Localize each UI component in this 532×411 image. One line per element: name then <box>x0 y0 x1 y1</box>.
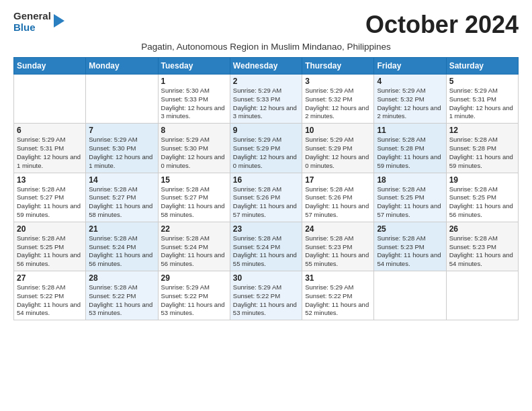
week-row-5: 27Sunrise: 5:28 AM Sunset: 5:22 PM Dayli… <box>14 271 519 320</box>
month-title: October 2024 <box>365 11 519 39</box>
header-cell-saturday: Saturday <box>446 58 518 75</box>
day-info: Sunrise: 5:29 AM Sunset: 5:30 PM Dayligh… <box>89 136 154 170</box>
day-info: Sunrise: 5:29 AM Sunset: 5:30 PM Dayligh… <box>161 136 227 170</box>
day-number: 18 <box>377 175 443 185</box>
svg-marker-0 <box>54 14 64 28</box>
day-number: 5 <box>449 77 515 86</box>
day-cell: 2Sunrise: 5:29 AM Sunset: 5:33 PM Daylig… <box>230 75 302 124</box>
day-cell: 15Sunrise: 5:28 AM Sunset: 5:27 PM Dayli… <box>158 173 230 222</box>
day-number: 30 <box>233 273 299 283</box>
day-number: 25 <box>377 224 443 234</box>
day-info: Sunrise: 5:29 AM Sunset: 5:22 PM Dayligh… <box>305 283 371 318</box>
day-number: 27 <box>17 273 83 283</box>
day-number: 7 <box>89 126 154 135</box>
day-cell: 20Sunrise: 5:28 AM Sunset: 5:25 PM Dayli… <box>14 222 86 271</box>
day-cell: 24Sunrise: 5:28 AM Sunset: 5:23 PM Dayli… <box>302 222 374 271</box>
header-cell-monday: Monday <box>86 58 158 75</box>
day-cell <box>374 271 446 320</box>
day-number: 9 <box>233 126 299 135</box>
day-number: 19 <box>449 175 515 185</box>
day-number: 20 <box>17 224 83 234</box>
day-cell: 22Sunrise: 5:28 AM Sunset: 5:24 PM Dayli… <box>158 222 230 271</box>
week-row-3: 13Sunrise: 5:28 AM Sunset: 5:27 PM Dayli… <box>14 173 519 222</box>
day-cell: 21Sunrise: 5:28 AM Sunset: 5:24 PM Dayli… <box>86 222 158 271</box>
day-info: Sunrise: 5:28 AM Sunset: 5:24 PM Dayligh… <box>233 234 299 269</box>
calendar-header: SundayMondayTuesdayWednesdayThursdayFrid… <box>14 58 519 75</box>
day-number: 29 <box>161 273 227 283</box>
day-number: 6 <box>17 126 83 135</box>
day-cell <box>14 75 86 124</box>
subtitle: Pagatin, Autonomous Region in Muslim Min… <box>13 42 519 52</box>
day-cell: 11Sunrise: 5:28 AM Sunset: 5:28 PM Dayli… <box>374 124 446 173</box>
day-cell: 16Sunrise: 5:28 AM Sunset: 5:26 PM Dayli… <box>230 173 302 222</box>
day-info: Sunrise: 5:29 AM Sunset: 5:29 PM Dayligh… <box>233 136 299 170</box>
day-number: 11 <box>377 126 443 135</box>
day-number: 8 <box>161 126 227 135</box>
day-cell: 4Sunrise: 5:29 AM Sunset: 5:32 PM Daylig… <box>374 75 446 124</box>
logo-text: General Blue <box>13 11 51 33</box>
day-cell <box>446 271 518 320</box>
day-info: Sunrise: 5:28 AM Sunset: 5:24 PM Dayligh… <box>161 234 227 269</box>
day-info: Sunrise: 5:29 AM Sunset: 5:22 PM Dayligh… <box>161 283 227 318</box>
day-cell: 7Sunrise: 5:29 AM Sunset: 5:30 PM Daylig… <box>86 124 158 173</box>
header: General Blue October 2024 <box>13 11 519 39</box>
day-number: 4 <box>377 77 443 86</box>
day-info: Sunrise: 5:28 AM Sunset: 5:28 PM Dayligh… <box>449 136 515 170</box>
day-info: Sunrise: 5:28 AM Sunset: 5:22 PM Dayligh… <box>89 283 154 318</box>
day-cell <box>86 75 158 124</box>
day-number: 14 <box>89 175 154 185</box>
day-info: Sunrise: 5:30 AM Sunset: 5:33 PM Dayligh… <box>161 87 227 121</box>
day-info: Sunrise: 5:28 AM Sunset: 5:23 PM Dayligh… <box>305 234 371 269</box>
day-cell: 9Sunrise: 5:29 AM Sunset: 5:29 PM Daylig… <box>230 124 302 173</box>
day-number: 23 <box>233 224 299 234</box>
day-info: Sunrise: 5:28 AM Sunset: 5:25 PM Dayligh… <box>449 185 515 220</box>
calendar-table: SundayMondayTuesdayWednesdayThursdayFrid… <box>13 57 519 320</box>
day-cell: 8Sunrise: 5:29 AM Sunset: 5:30 PM Daylig… <box>158 124 230 173</box>
day-cell: 23Sunrise: 5:28 AM Sunset: 5:24 PM Dayli… <box>230 222 302 271</box>
day-cell: 13Sunrise: 5:28 AM Sunset: 5:27 PM Dayli… <box>14 173 86 222</box>
day-number: 26 <box>449 224 515 234</box>
day-info: Sunrise: 5:28 AM Sunset: 5:25 PM Dayligh… <box>17 234 83 269</box>
day-number: 31 <box>305 273 371 283</box>
day-info: Sunrise: 5:29 AM Sunset: 5:32 PM Dayligh… <box>305 87 371 121</box>
day-number: 21 <box>89 224 154 234</box>
header-cell-thursday: Thursday <box>302 58 374 75</box>
day-cell: 10Sunrise: 5:29 AM Sunset: 5:29 PM Dayli… <box>302 124 374 173</box>
day-cell: 17Sunrise: 5:28 AM Sunset: 5:26 PM Dayli… <box>302 173 374 222</box>
day-cell: 5Sunrise: 5:29 AM Sunset: 5:31 PM Daylig… <box>446 75 518 124</box>
day-cell: 26Sunrise: 5:28 AM Sunset: 5:23 PM Dayli… <box>446 222 518 271</box>
day-number: 2 <box>233 77 299 86</box>
day-info: Sunrise: 5:28 AM Sunset: 5:25 PM Dayligh… <box>377 185 443 220</box>
day-info: Sunrise: 5:28 AM Sunset: 5:27 PM Dayligh… <box>161 185 227 220</box>
day-info: Sunrise: 5:28 AM Sunset: 5:24 PM Dayligh… <box>89 234 154 269</box>
week-row-2: 6Sunrise: 5:29 AM Sunset: 5:31 PM Daylig… <box>14 124 519 173</box>
day-number: 3 <box>305 77 371 86</box>
week-row-1: 1Sunrise: 5:30 AM Sunset: 5:33 PM Daylig… <box>14 75 519 124</box>
header-cell-friday: Friday <box>374 58 446 75</box>
header-row: SundayMondayTuesdayWednesdayThursdayFrid… <box>14 58 519 75</box>
day-cell: 3Sunrise: 5:29 AM Sunset: 5:32 PM Daylig… <box>302 75 374 124</box>
day-number: 13 <box>17 175 83 185</box>
logo-line2: Blue <box>13 22 51 34</box>
day-cell: 29Sunrise: 5:29 AM Sunset: 5:22 PM Dayli… <box>158 271 230 320</box>
logo-icon <box>52 11 66 30</box>
day-info: Sunrise: 5:28 AM Sunset: 5:27 PM Dayligh… <box>17 185 83 220</box>
day-info: Sunrise: 5:28 AM Sunset: 5:22 PM Dayligh… <box>17 283 83 318</box>
day-info: Sunrise: 5:29 AM Sunset: 5:29 PM Dayligh… <box>305 136 371 170</box>
day-info: Sunrise: 5:29 AM Sunset: 5:33 PM Dayligh… <box>233 87 299 121</box>
day-info: Sunrise: 5:28 AM Sunset: 5:23 PM Dayligh… <box>449 234 515 269</box>
day-info: Sunrise: 5:28 AM Sunset: 5:27 PM Dayligh… <box>89 185 154 220</box>
header-cell-sunday: Sunday <box>14 58 86 75</box>
day-number: 16 <box>233 175 299 185</box>
day-number: 22 <box>161 224 227 234</box>
day-cell: 28Sunrise: 5:28 AM Sunset: 5:22 PM Dayli… <box>86 271 158 320</box>
logo-line1: General <box>13 11 51 22</box>
day-number: 1 <box>161 77 227 86</box>
page: General Blue October 2024 Pagatin, Auton… <box>0 0 532 327</box>
day-cell: 1Sunrise: 5:30 AM Sunset: 5:33 PM Daylig… <box>158 75 230 124</box>
day-info: Sunrise: 5:28 AM Sunset: 5:26 PM Dayligh… <box>233 185 299 220</box>
logo: General Blue <box>13 11 66 33</box>
day-info: Sunrise: 5:28 AM Sunset: 5:28 PM Dayligh… <box>377 136 443 170</box>
day-number: 10 <box>305 126 371 135</box>
day-cell: 18Sunrise: 5:28 AM Sunset: 5:25 PM Dayli… <box>374 173 446 222</box>
